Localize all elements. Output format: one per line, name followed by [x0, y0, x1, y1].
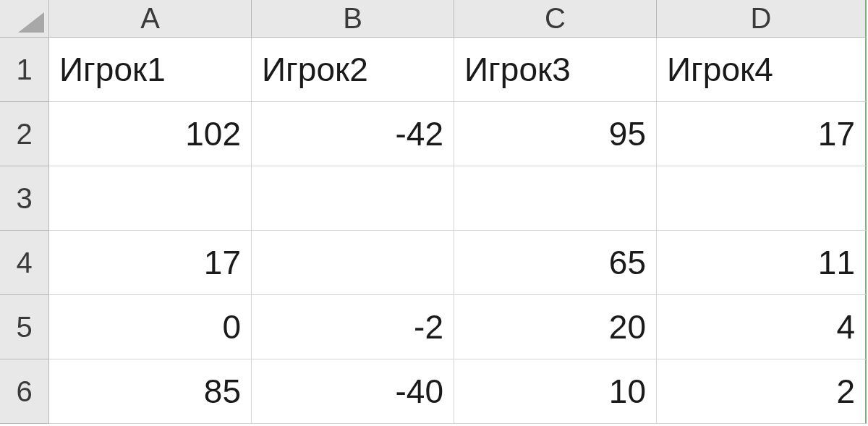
row-header-6[interactable]: 6: [0, 359, 49, 424]
cell-b4[interactable]: [252, 231, 454, 295]
row-header-5[interactable]: 5: [0, 295, 49, 359]
cell-c3[interactable]: [454, 166, 657, 231]
cell-b5[interactable]: -2: [252, 295, 454, 359]
cell-c4[interactable]: 65: [454, 231, 657, 295]
cell-a1[interactable]: Игрок1: [49, 38, 252, 102]
row-header-1[interactable]: 1: [0, 38, 49, 102]
cell-d4[interactable]: 11: [657, 231, 867, 295]
cell-c5[interactable]: 20: [454, 295, 657, 359]
spreadsheet-grid: A B C D 1 Игрок1 Игрок2 Игрок3 Игрок4 2 …: [0, 0, 868, 424]
cell-b6[interactable]: -40: [252, 359, 454, 424]
cell-d6[interactable]: 2: [657, 359, 867, 424]
col-header-c[interactable]: C: [454, 0, 657, 38]
cell-a6[interactable]: 85: [49, 359, 252, 424]
cell-d3[interactable]: [657, 166, 867, 231]
cell-a2[interactable]: 102: [49, 102, 252, 166]
col-header-d[interactable]: D: [657, 0, 867, 38]
cell-c6[interactable]: 10: [454, 359, 657, 424]
row-header-3[interactable]: 3: [0, 166, 49, 231]
cell-b1[interactable]: Игрок2: [252, 38, 454, 102]
row-header-2[interactable]: 2: [0, 102, 49, 166]
col-header-b[interactable]: B: [252, 0, 454, 38]
cell-c2[interactable]: 95: [454, 102, 657, 166]
col-header-a[interactable]: A: [49, 0, 252, 38]
cell-b2[interactable]: -42: [252, 102, 454, 166]
row-header-4[interactable]: 4: [0, 231, 49, 295]
cell-c1[interactable]: Игрок3: [454, 38, 657, 102]
cell-d1[interactable]: Игрок4: [657, 38, 867, 102]
cell-a3[interactable]: [49, 166, 252, 231]
cell-a5[interactable]: 0: [49, 295, 252, 359]
cell-d5[interactable]: 4: [657, 295, 867, 359]
select-all-corner[interactable]: [0, 0, 49, 38]
cell-d2[interactable]: 17: [657, 102, 867, 166]
cell-b3[interactable]: [252, 166, 454, 231]
cell-a4[interactable]: 17: [49, 231, 252, 295]
